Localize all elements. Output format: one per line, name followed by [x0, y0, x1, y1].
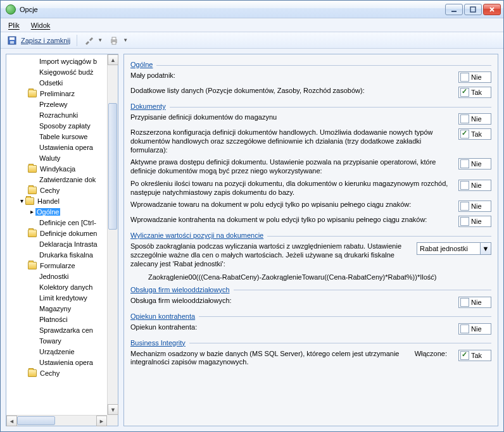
section-dokumenty[interactable]: Dokumenty — [130, 102, 491, 110]
scroll-up-button[interactable]: ▲ — [108, 54, 118, 65]
tree-item[interactable]: ▾Handel — [6, 195, 118, 206]
tree-item[interactable]: Ustawienia opera — [6, 357, 118, 367]
tools-icon[interactable] — [84, 35, 94, 46]
tree-item-label: Definicje dokumen — [39, 230, 99, 237]
content-area: Import wyciągów bKsięgowość budżOdsetkiP… — [1, 49, 503, 431]
tree-vertical-scrollbar[interactable]: ▲ ▼ — [107, 54, 118, 415]
section-opiekun[interactable]: Opiekun kontrahenta — [130, 312, 491, 320]
check-opiekun[interactable]: Nie — [458, 323, 491, 335]
check-prawa-dostepu[interactable]: Nie — [458, 158, 491, 170]
check-wprowadzanie-kontrahenta[interactable]: Nie — [458, 216, 491, 227]
folder-icon — [28, 90, 37, 97]
tree-item-label: Urządzenie — [38, 348, 76, 355]
tree-item[interactable]: Definicje dokumen — [6, 228, 118, 238]
tree-item[interactable]: Preliminarz — [6, 88, 118, 99]
tree-item[interactable]: Ustawienia opera — [6, 142, 118, 152]
folder-icon — [28, 187, 37, 194]
window-controls — [445, 4, 501, 15]
scroll-left-button[interactable]: ◄ — [6, 416, 17, 426]
check-rozszerzona[interactable]: Tak — [458, 128, 491, 140]
formula-text: Zaokrąglenie00(((Cena-RabatCeny)-Zaokrąg… — [130, 271, 491, 283]
tree-expander-icon[interactable]: ▾ — [18, 197, 25, 205]
save-close-button[interactable]: Zapisz i zamknij — [21, 37, 70, 44]
tree-item[interactable]: Limit kredytowy — [6, 292, 118, 303]
tree-item[interactable]: Zatwierdzanie dok — [6, 174, 118, 185]
tree-item-label: Ustawienia opera — [38, 144, 94, 151]
tree-item-label: Rozrachunki — [38, 111, 79, 119]
tree-item[interactable]: Kolektory danych — [6, 281, 118, 292]
tree-item-label: Tabele kursowe — [38, 133, 89, 140]
tree-item[interactable]: Windykacja — [6, 163, 118, 174]
tree-item-label: Sprawdzarka cen — [38, 326, 94, 334]
folder-icon — [28, 369, 37, 377]
tree-item[interactable]: Magazyny — [6, 303, 118, 314]
tree-item[interactable]: Przelewy — [6, 99, 118, 109]
tree-item-label: Drukarka fiskalna — [38, 251, 94, 259]
section-ogolne[interactable]: Ogólne — [130, 61, 491, 68]
tree-item[interactable]: Definicje cen [Ctrl- — [6, 217, 118, 228]
tree-expander-icon[interactable]: ▸ — [28, 208, 35, 216]
folder-icon — [28, 165, 37, 173]
tree-item-label: Deklaracja Intrasta — [38, 240, 99, 248]
check-bi[interactable]: Tak — [458, 350, 491, 361]
tree-item[interactable]: Tabele kursowe — [6, 131, 118, 142]
minimize-icon — [451, 6, 457, 13]
tree-item[interactable]: Odsetki — [6, 77, 118, 88]
tree-horizontal-scrollbar[interactable]: ◄ ► — [6, 415, 107, 426]
scroll-down-button[interactable]: ▼ — [108, 404, 118, 415]
opt-dodatkowe-listy: Dodatkowe listy danych (Pozycje dokument… — [130, 85, 491, 100]
close-button[interactable] — [483, 4, 501, 15]
scroll-thumb-h[interactable] — [17, 416, 55, 425]
tree-item-label: Limit kredytowy — [38, 294, 89, 302]
tree-body: Import wyciągów bKsięgowość budżOdsetkiP… — [6, 54, 118, 426]
tree-item[interactable]: Drukarka fiskalna — [6, 249, 118, 260]
menu-view[interactable]: Widok — [31, 22, 51, 29]
scroll-right-button[interactable]: ► — [96, 416, 107, 426]
check-przypisanie[interactable]: Nie — [458, 113, 491, 125]
check-zapis-bazy[interactable]: Nie — [458, 180, 491, 191]
tree-item-label: Definicje cen [Ctrl- — [38, 219, 98, 226]
tree-item-label: Przelewy — [38, 101, 69, 108]
tree-item-label: Import wyciągów b — [38, 58, 98, 65]
print-icon[interactable] — [109, 35, 119, 46]
tree-item[interactable]: Waluty — [6, 152, 118, 163]
section-bi[interactable]: Business Integrity — [130, 339, 491, 347]
check-wprowadzanie-towaru[interactable]: Nie — [458, 201, 491, 212]
menu-file[interactable]: Plik — [8, 22, 20, 29]
menubar: Plik Widok — [1, 18, 503, 32]
tree-item[interactable]: Urządzenie — [6, 346, 118, 357]
minimize-button[interactable] — [445, 4, 463, 15]
tree-item[interactable]: Księgowość budż — [6, 66, 118, 77]
scroll-thumb-v[interactable] — [108, 103, 117, 230]
tree-item-label: Kolektory danych — [38, 283, 94, 291]
tree-item-label: Sposoby zapłaty — [38, 122, 92, 130]
titlebar: Opcje — [1, 1, 503, 18]
tree-item[interactable]: ▸Ogólne — [6, 206, 118, 217]
check-maly-podatnik[interactable]: Nie — [458, 71, 491, 83]
check-dodatkowe-listy[interactable]: Tak — [458, 87, 491, 98]
tree-item[interactable]: Import wyciągów b — [6, 56, 118, 66]
print-dropdown-arrow[interactable]: ▼ — [123, 37, 128, 43]
tree-item-label: Magazyny — [38, 305, 72, 312]
tree-item[interactable]: Cechy — [6, 367, 118, 378]
maximize-button[interactable] — [464, 4, 482, 15]
tree-item-label: Ustawienia opera — [38, 359, 94, 366]
tools-dropdown-arrow[interactable]: ▼ — [98, 37, 103, 43]
tree-item[interactable]: Sprawdzarka cen — [6, 324, 118, 335]
tree-item[interactable]: Rozrachunki — [6, 109, 118, 120]
tree-item-label: Cechy — [39, 369, 61, 377]
detail-pane: Ogólne Mały podatnik: Nie Dodatkowe list… — [123, 54, 498, 426]
tree-item[interactable]: Towary — [6, 335, 118, 346]
tree-item[interactable]: Cechy — [6, 185, 118, 195]
tree-item[interactable]: Płatności — [6, 314, 118, 324]
tree-item[interactable]: Deklaracja Intrasta — [6, 238, 118, 249]
tree-item[interactable]: Jednostki — [6, 271, 118, 281]
tree-item[interactable]: Sposoby zapłaty — [6, 120, 118, 131]
tree-item[interactable]: Formularze — [6, 260, 118, 271]
svg-rect-0 — [451, 11, 457, 12]
tree-item-label: Formularze — [39, 262, 77, 269]
section-obsluga[interactable]: Obsługa firm wielooddziałowych — [130, 286, 491, 293]
section-wyliczanie[interactable]: Wyliczanie wartości pozycji na dokumenci… — [130, 231, 491, 239]
check-wielooddzialowe[interactable]: Nie — [458, 297, 491, 308]
dropdown-rabat[interactable]: Rabat jednostki ▼ — [417, 242, 491, 255]
